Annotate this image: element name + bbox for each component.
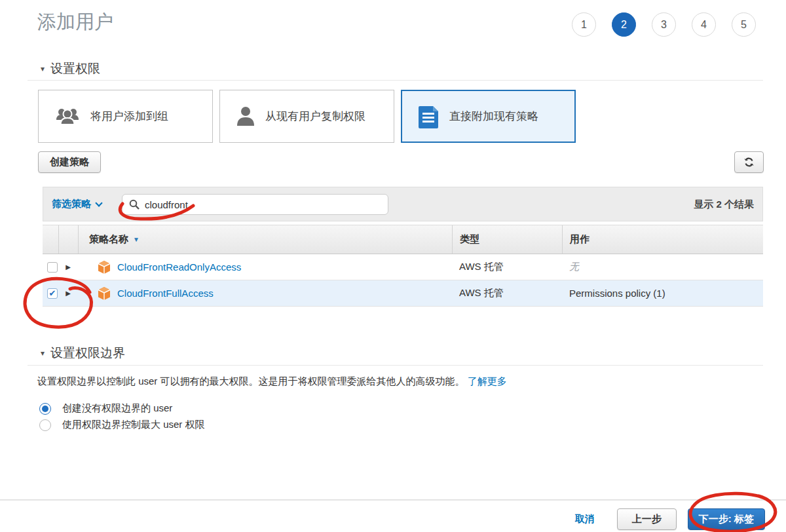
policy-name-link[interactable]: CloudFrontReadOnlyAccess — [117, 261, 241, 273]
boundary-description: 设置权限边界以控制此 user 可以拥有的最大权限。这是用于将权限管理委派给其他… — [37, 375, 507, 388]
card-attach-existing-policies[interactable]: 直接附加现有策略 — [401, 90, 576, 143]
row-checkbox[interactable] — [47, 262, 58, 273]
expand-row-icon[interactable]: ▶ — [66, 263, 71, 271]
policy-filter-bar: 筛选策略 显示 2 个结果 — [43, 187, 763, 221]
permission-option-cards: 将用户添加到组 从现有用户复制权限 直接附加现有策略 — [38, 90, 576, 143]
option-use-boundary[interactable]: 使用权限边界控制最大 user 权限 — [39, 419, 205, 431]
radio-label: 创建没有权限边界的 user — [62, 402, 172, 415]
next-tags-button[interactable]: 下一步: 标签 — [688, 508, 765, 530]
permissions-boundary-section-header[interactable]: ▾ 设置权限边界 — [41, 345, 125, 362]
divider — [28, 80, 763, 81]
search-input[interactable] — [145, 199, 388, 210]
row-checkbox-checked[interactable]: ✔ — [47, 288, 58, 299]
radio-unselected[interactable] — [39, 419, 51, 431]
managed-policy-cube-icon — [98, 260, 111, 275]
learn-more-link[interactable]: 了解更多 — [468, 375, 507, 387]
search-icon — [129, 199, 140, 210]
step-4: 4 — [692, 12, 716, 37]
step-indicator: 1 2 3 4 5 — [572, 12, 756, 37]
header-expand-column — [58, 225, 78, 254]
footer-actions: 取消 上一步 下一步: 标签 — [575, 508, 765, 530]
chevron-down-icon — [95, 199, 102, 206]
step-5: 5 — [732, 12, 756, 37]
section-title: 设置权限 — [50, 60, 100, 77]
policy-name-link[interactable]: CloudFrontFullAccess — [117, 288, 214, 299]
user-icon — [236, 105, 255, 128]
refresh-button[interactable] — [734, 151, 764, 173]
policy-used-as: 无 — [562, 261, 763, 273]
header-checkbox-column — [43, 225, 58, 254]
search-box — [122, 194, 388, 215]
header-used-as[interactable]: 用作 — [562, 225, 763, 254]
filter-policies-dropdown[interactable]: 筛选策略 — [52, 198, 102, 210]
group-icon — [54, 105, 81, 128]
create-policy-button[interactable]: 创建策略 — [38, 151, 101, 173]
card-label: 从现有用户复制权限 — [265, 109, 365, 124]
table-row-cloudfront-readonly[interactable]: ▶ CloudFrontReadOnlyAccess AWS 托管 无 — [43, 254, 763, 280]
table-row-cloudfront-fullaccess[interactable]: ✔ ▶ CloudFrontFullAccess AWS 托管 Permissi… — [43, 280, 763, 307]
table-header: 策略名称 ▼ 类型 用作 — [43, 225, 763, 254]
divider — [28, 365, 763, 366]
expand-row-icon[interactable]: ▶ — [66, 290, 71, 297]
refresh-icon — [743, 157, 755, 168]
add-user-wizard-page: 添加用户 1 2 3 4 5 ▾ 设置权限 将用户添加到组 — [0, 0, 786, 532]
policy-type: AWS 托管 — [452, 287, 562, 299]
sort-desc-icon: ▼ — [133, 236, 140, 243]
section-title: 设置权限边界 — [50, 345, 125, 362]
header-type[interactable]: 类型 — [452, 225, 562, 254]
collapse-caret-icon: ▾ — [41, 349, 45, 358]
radio-selected[interactable] — [39, 403, 51, 415]
previous-button[interactable]: 上一步 — [617, 508, 677, 530]
card-label: 将用户添加到组 — [90, 109, 168, 124]
policy-document-icon — [417, 105, 440, 128]
card-copy-permissions[interactable]: 从现有用户复制权限 — [219, 90, 394, 143]
step-2-active: 2 — [612, 12, 636, 37]
card-label: 直接附加现有策略 — [449, 109, 538, 124]
footer-divider — [0, 499, 786, 501]
policy-used-as: Permissions policy (1) — [562, 288, 763, 299]
step-3: 3 — [652, 12, 676, 37]
policy-type: AWS 托管 — [452, 261, 562, 273]
card-add-user-to-group[interactable]: 将用户添加到组 — [38, 90, 213, 143]
header-policy-name[interactable]: 策略名称 ▼ — [78, 225, 452, 254]
option-no-boundary[interactable]: 创建没有权限边界的 user — [39, 402, 172, 415]
set-permissions-section-header[interactable]: ▾ 设置权限 — [41, 60, 100, 77]
policies-table: 策略名称 ▼ 类型 用作 ▶ CloudFrontReadOnlyAccess — [43, 225, 763, 307]
collapse-caret-icon: ▾ — [41, 64, 45, 73]
results-count: 显示 2 个结果 — [694, 199, 754, 211]
managed-policy-cube-icon — [98, 286, 111, 301]
step-1: 1 — [572, 12, 596, 37]
page-title: 添加用户 — [37, 9, 113, 35]
cancel-link[interactable]: 取消 — [575, 513, 595, 525]
radio-label: 使用权限边界控制最大 user 权限 — [62, 419, 205, 431]
